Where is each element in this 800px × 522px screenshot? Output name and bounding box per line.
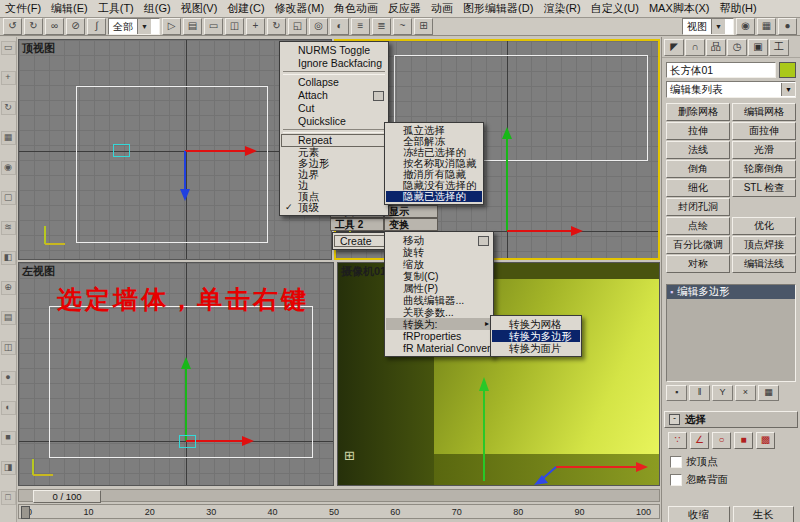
remove-modifier-icon[interactable]: × bbox=[735, 385, 756, 401]
reference-coordinate-dropdown[interactable]: 视图 ▼ bbox=[682, 18, 734, 35]
paint-button[interactable]: 点绘 bbox=[666, 217, 730, 235]
vertex-mode-icon[interactable]: ∵ bbox=[668, 432, 687, 449]
configure-modifier-sets-icon[interactable]: ▦ bbox=[758, 385, 779, 401]
menu-item-cut[interactable]: Cut bbox=[281, 102, 387, 115]
object-name-field[interactable]: 长方体01 bbox=[666, 62, 776, 78]
menu-item-curve-editor[interactable]: 曲线编辑器... bbox=[386, 294, 492, 306]
menu-character[interactable]: 角色动画 bbox=[329, 1, 383, 16]
crossing-selection-icon[interactable]: ◫ bbox=[225, 18, 244, 35]
transform-gizmo[interactable] bbox=[178, 353, 270, 447]
select-move-icon[interactable]: + bbox=[246, 18, 265, 35]
menu-create[interactable]: 创建(C) bbox=[222, 1, 269, 16]
transform-gizmo[interactable] bbox=[499, 119, 595, 241]
modifier-list-dropdown[interactable]: 编辑集列表 ▼ bbox=[666, 81, 796, 98]
side-tool-icon[interactable]: ◨ bbox=[1, 461, 16, 475]
menu-item-edge[interactable]: 边 bbox=[281, 180, 387, 191]
outline-bevel-button[interactable]: 轮廓倒角 bbox=[732, 160, 796, 178]
side-tool-icon[interactable]: ▤ bbox=[1, 311, 16, 325]
menu-file[interactable]: 文件(F) bbox=[0, 1, 46, 16]
side-tool-icon[interactable]: ◉ bbox=[1, 161, 16, 175]
select-scale-icon[interactable]: ◱ bbox=[288, 18, 307, 35]
time-slider[interactable]: 0 / 100 bbox=[18, 489, 660, 502]
menu-reactor[interactable]: 反应器 bbox=[383, 1, 426, 16]
menu-edit[interactable]: 编辑(E) bbox=[46, 1, 93, 16]
menu-item-nurms-toggle[interactable]: NURMS Toggle bbox=[281, 44, 387, 57]
shrink-button[interactable]: 收缩 bbox=[668, 506, 730, 522]
bevel-button[interactable]: 倒角 bbox=[666, 160, 730, 178]
mirror-icon[interactable]: ◐ bbox=[330, 18, 349, 35]
menu-rendering[interactable]: 渲染(R) bbox=[538, 1, 585, 16]
quad-title-tools2[interactable]: 工具 2 bbox=[330, 218, 384, 231]
chevron-down-icon[interactable]: ▼ bbox=[781, 83, 795, 96]
menu-item-wire-parameters[interactable]: 关联参数... bbox=[386, 306, 492, 318]
side-tool-icon[interactable]: ▦ bbox=[1, 131, 16, 145]
quad-title-display[interactable]: 显示 bbox=[384, 205, 438, 218]
menu-item-element[interactable]: 元素 bbox=[281, 147, 387, 158]
menu-tools[interactable]: 工具(T) bbox=[93, 1, 139, 16]
menu-item-ignore-backfacing[interactable]: Ignore Backfacing bbox=[281, 57, 387, 70]
percent-snap-button[interactable]: 百分比微调 bbox=[666, 236, 730, 254]
menu-item-convert-to[interactable]: 转换为:▸ bbox=[386, 318, 492, 330]
tab-display[interactable]: ▣ bbox=[748, 39, 768, 56]
selection-filter-dropdown[interactable]: 全部 ▼ bbox=[108, 18, 160, 35]
menu-item-frproperties[interactable]: fRProperties bbox=[386, 330, 492, 342]
selection-rollout-header[interactable]: - 选择 bbox=[664, 411, 798, 428]
transform-gizmo[interactable] bbox=[179, 143, 269, 205]
menu-item-attach[interactable]: Attach bbox=[281, 89, 387, 102]
menu-animation[interactable]: 动画 bbox=[426, 1, 458, 16]
cap-holes-button[interactable]: 封闭孔洞 bbox=[666, 198, 730, 216]
material-editor-icon[interactable]: ◉ bbox=[736, 18, 755, 35]
viewport-label[interactable]: 摄像机01 bbox=[341, 264, 386, 279]
menu-item-repeat[interactable]: Repeat bbox=[281, 134, 387, 147]
options-box-icon[interactable] bbox=[373, 91, 384, 101]
element-mode-icon[interactable]: ▩ bbox=[756, 432, 775, 449]
tab-utilities[interactable]: 工 bbox=[769, 39, 789, 56]
menu-item-clone[interactable]: 复制(C) bbox=[386, 270, 492, 282]
menu-item-properties[interactable]: 属性(P) bbox=[386, 282, 492, 294]
menu-item-border[interactable]: 边界 bbox=[281, 169, 387, 180]
transform-gizmo[interactable] bbox=[456, 363, 660, 486]
show-end-result-icon[interactable]: ‖ bbox=[689, 385, 710, 401]
quick-render-icon[interactable]: ● bbox=[778, 18, 797, 35]
menu-help[interactable]: 帮助(H) bbox=[714, 1, 761, 16]
stl-check-button[interactable]: STL 检查 bbox=[732, 179, 796, 197]
by-vertex-checkbox[interactable] bbox=[670, 456, 682, 468]
grow-button[interactable]: 生长 bbox=[733, 506, 795, 522]
face-extrude-button[interactable]: 面拉伸 bbox=[732, 122, 796, 140]
side-tool-icon[interactable]: ◧ bbox=[1, 251, 16, 265]
side-tool-icon[interactable]: ◫ bbox=[1, 341, 16, 355]
make-unique-icon[interactable]: Y bbox=[712, 385, 733, 401]
render-setup-icon[interactable]: ▦ bbox=[757, 18, 776, 35]
delete-mesh-button[interactable]: 删除网格 bbox=[666, 103, 730, 121]
chevron-down-icon[interactable]: ▼ bbox=[137, 19, 151, 34]
side-tool-icon[interactable]: ▢ bbox=[1, 191, 16, 205]
menu-item-convert-to-patch[interactable]: 转换为面片 bbox=[492, 342, 580, 354]
menu-item-vertex[interactable]: 顶点 bbox=[281, 191, 387, 202]
menu-item-fr-material-converter[interactable]: fR Material Converter bbox=[386, 342, 492, 354]
side-tool-icon[interactable]: □ bbox=[1, 491, 16, 505]
collapse-icon[interactable]: - bbox=[669, 414, 680, 425]
menu-customize[interactable]: 自定义(U) bbox=[586, 1, 644, 16]
time-slider-handle[interactable]: 0 / 100 bbox=[33, 490, 101, 503]
smooth-button[interactable]: 光滑 bbox=[732, 141, 796, 159]
unlink-icon[interactable]: ⊘ bbox=[66, 18, 85, 35]
side-tool-icon[interactable]: + bbox=[1, 71, 16, 85]
side-tool-icon[interactable]: ● bbox=[1, 371, 16, 385]
modifier-stack[interactable]: ▪ 编辑多边形 bbox=[666, 284, 796, 382]
side-tool-icon[interactable]: ⊕ bbox=[1, 281, 16, 295]
edit-normals-button[interactable]: 编辑法线 bbox=[732, 255, 796, 273]
curve-editor-icon[interactable]: ~ bbox=[393, 18, 412, 35]
side-tool-icon[interactable]: ▭ bbox=[1, 41, 16, 55]
edge-mode-icon[interactable]: ∠ bbox=[690, 432, 709, 449]
bind-spacewarp-icon[interactable]: ∫ bbox=[87, 18, 106, 35]
menu-item-move[interactable]: 移动 bbox=[386, 234, 492, 246]
stack-item-selected[interactable]: ▪ 编辑多边形 bbox=[667, 285, 795, 299]
menu-item-rotate[interactable]: 旋转 bbox=[386, 246, 492, 258]
menu-item-top-level[interactable]: ✓顶级 bbox=[281, 202, 387, 213]
menu-maxscript[interactable]: MAX脚本(X) bbox=[644, 1, 715, 16]
tab-hierarchy[interactable]: 品 bbox=[706, 39, 726, 56]
menu-graph-editors[interactable]: 图形编辑器(D) bbox=[458, 1, 538, 16]
menu-group[interactable]: 组(G) bbox=[139, 1, 176, 16]
options-box-icon[interactable] bbox=[478, 236, 489, 246]
tab-motion[interactable]: ◷ bbox=[727, 39, 747, 56]
